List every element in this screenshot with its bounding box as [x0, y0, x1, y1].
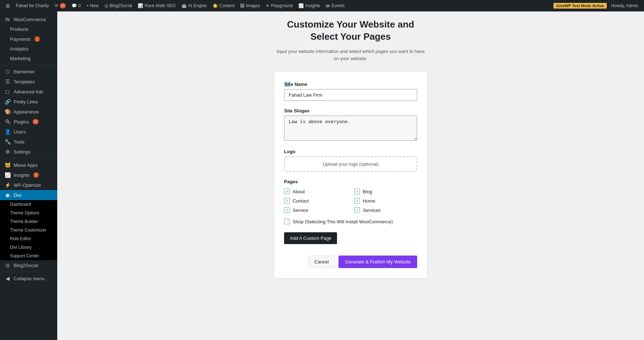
comments-count: 0 [78, 3, 81, 8]
page-label-shop: Shop (Selecting This Will Install WooCom… [293, 219, 393, 225]
adminbar-right: GiveWP Test Mode Active Howdy, Admin [553, 3, 641, 9]
adminbar-playground[interactable]: ☀ Playground [263, 0, 296, 11]
sidebar-item-products[interactable]: Products [0, 24, 57, 34]
site-name-group: Site Name [284, 82, 417, 101]
adminbar-insights[interactable]: 📈 Insights [296, 0, 323, 11]
site-slogan-textarea[interactable]: Law is above everyone. [284, 116, 417, 141]
sidebar-item-meow-apps[interactable]: 🐱 Meow Apps [0, 160, 57, 170]
logo-upload-area[interactable]: Upload your logo (optional) [284, 156, 417, 172]
sidebar-sub-theme-builder[interactable]: Theme Builder [0, 217, 57, 226]
page-checkbox-home[interactable] [354, 198, 360, 204]
page-checkbox-services[interactable] [354, 207, 360, 213]
adminbar-wp-logo[interactable]: ⊞ [3, 0, 13, 11]
page-subtitle: Input your website information and selec… [68, 48, 633, 63]
rankmath-icon: 📊 [138, 3, 143, 8]
pages-label: Pages [284, 179, 417, 184]
sidebar-divider-3 [0, 272, 57, 272]
sidebar-sub-dashboard[interactable]: Dashboard [0, 200, 57, 209]
adminbar-blog2social[interactable]: ◎ Blog2Social [102, 0, 135, 11]
sidebar-sub-role-editor[interactable]: Role Editor [0, 234, 57, 243]
pretty-links-icon: 🔗 [4, 99, 11, 105]
divi-submenu: Dashboard Theme Options Theme Builder Th… [0, 200, 57, 260]
adminbar-comments[interactable]: 💬 0 [69, 0, 84, 11]
comments-icon: 💬 [72, 3, 77, 8]
page-item-shop: Shop (Selecting This Will Install WooCom… [284, 219, 417, 225]
page-checkbox-about[interactable] [284, 189, 290, 194]
main-content: Customize Your Website andSelect Your Pa… [57, 11, 644, 340]
givewp-badge[interactable]: GiveWP Test Mode Active [553, 3, 607, 9]
sidebar-item-marketing[interactable]: Marketing [0, 54, 57, 63]
sidebar-item-settings[interactable]: ⚙ Settings [0, 147, 57, 157]
sidebar-item-pretty-links[interactable]: 🔗 Pretty Links [0, 97, 57, 107]
logo-upload-text: Upload your logo (optional) [323, 161, 379, 167]
page-checkbox-blog[interactable] [354, 189, 360, 194]
adminbar-site-name[interactable]: Fahad for Charity [13, 0, 52, 11]
site-name-input[interactable] [284, 89, 417, 101]
sidebar-sub-theme-options[interactable]: Theme Options [0, 209, 57, 217]
woocommerce-icon: 🛍 [4, 16, 11, 22]
page-item-contact: Contact [284, 198, 347, 204]
templates-icon: ☰ [4, 79, 11, 84]
page-item-services: Services [354, 207, 417, 213]
sidebar-sub-divi-library[interactable]: Divi Library [0, 243, 57, 252]
sidebar-item-analytics[interactable]: Analytics [0, 44, 57, 54]
cancel-button[interactable]: Cancel [308, 256, 335, 268]
users-icon: 👤 [4, 129, 11, 135]
adminbar-new-label: + New [87, 3, 99, 8]
adminbar-events[interactable]: 🎟 Events [323, 0, 347, 11]
sidebar-item-appearance[interactable]: 🎨 Appearance [0, 107, 57, 117]
howdy-label[interactable]: Howdy, Admin [608, 3, 641, 8]
events-icon: 🎟 [326, 3, 330, 8]
appearance-icon: 🎨 [4, 109, 11, 115]
sidebar-sub-support-center[interactable]: Support Center [0, 252, 57, 260]
wp-optimize-icon: ⚡ [4, 182, 11, 188]
sidebar-sub-theme-customizer[interactable]: Theme Customizer [0, 226, 57, 234]
layout: 🛍 WooCommerce Products Payments 1 Analyt… [0, 11, 644, 340]
page-label-contact: Contact [293, 198, 309, 204]
add-custom-page-button[interactable]: Add A Custom Page [284, 232, 337, 244]
adminbar-updates[interactable]: ⟳ 20 [52, 0, 69, 11]
page-label-services: Services [363, 208, 381, 213]
wordpress-icon: ⊞ [6, 3, 10, 9]
page-item-service: Service [284, 207, 347, 213]
sidebar-collapse-button[interactable]: ◀ Collapse menu [0, 273, 57, 283]
payments-badge: 1 [34, 36, 40, 42]
page-checkbox-contact[interactable] [284, 198, 290, 204]
sidebar-item-templates[interactable]: ☰ Templates [0, 77, 57, 87]
page-label-about: About [293, 189, 305, 194]
sidebar-item-tools[interactable]: 🔧 Tools [0, 137, 57, 147]
sidebar: 🛍 WooCommerce Products Payments 1 Analyt… [0, 11, 57, 340]
sidebar-item-blog2social[interactable]: ◎ Blog2Social [0, 260, 57, 270]
generate-publish-button[interactable]: Generate & Publish My Website [338, 256, 417, 268]
aiengine-icon: 🤖 [181, 3, 187, 8]
page-checkbox-service[interactable] [284, 207, 290, 213]
insights-sidebar-icon: 📈 [4, 172, 11, 178]
site-slogan-label: Site Slogan [284, 108, 417, 113]
adminbar-content[interactable]: 🌟 Content [210, 0, 237, 11]
sidebar-item-woocommerce[interactable]: 🛍 WooCommerce [0, 14, 57, 24]
page-item-blog: Blog [354, 189, 417, 194]
sidebar-item-plugins[interactable]: 🔌 Plugins 15 [0, 117, 57, 127]
page-label-blog: Blog [363, 189, 372, 194]
adminbar-aiengine[interactable]: 🤖 AI Engine [179, 0, 210, 11]
adminbar-rankmath[interactable]: 📊 Rank Math SEO [135, 0, 179, 11]
sidebar-item-payments[interactable]: Payments 1 [0, 34, 57, 44]
images-icon: 🖼 [240, 3, 244, 8]
adminbar-images[interactable]: 🖼 Images [237, 0, 263, 11]
page-label-home: Home [363, 198, 375, 204]
sidebar-item-advanced-ads[interactable]: ◻ Advanced Ads [0, 87, 57, 97]
sidebar-item-wp-optimize[interactable]: ⚡ WP-Optimize [0, 180, 57, 190]
sidebar-item-users[interactable]: 👤 Users [0, 127, 57, 137]
page-title: Customize Your Website andSelect Your Pa… [68, 19, 633, 43]
logo-group: Logo Upload your logo (optional) [284, 149, 417, 172]
sidebar-item-divi[interactable]: ◉ Divi [0, 190, 57, 200]
settings-icon: ⚙ [4, 149, 11, 155]
elementor-icon: ⬡ [4, 69, 11, 74]
sidebar-item-elementor[interactable]: ⬡ Elementor [0, 67, 57, 77]
sidebar-item-insights[interactable]: 📈 Insights 5 [0, 170, 57, 180]
updates-count: 20 [60, 3, 66, 9]
adminbar-new[interactable]: + New [84, 0, 102, 11]
page-checkbox-shop[interactable] [284, 219, 290, 224]
plugins-icon: 🔌 [4, 119, 11, 125]
divi-icon: ◉ [4, 192, 11, 198]
